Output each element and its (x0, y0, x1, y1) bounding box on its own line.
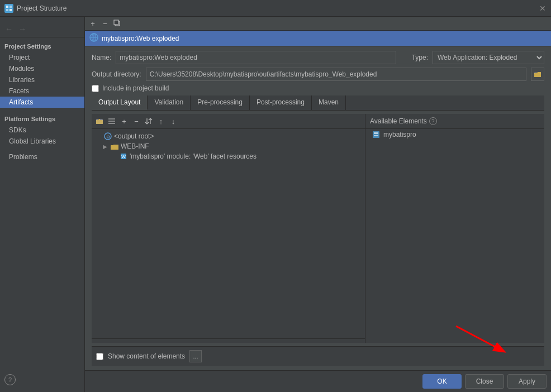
available-elements-title: Available Elements (370, 117, 427, 125)
output-dir-input[interactable] (146, 68, 526, 81)
type-label: Type: (412, 54, 428, 61)
forward-button[interactable]: → (17, 23, 28, 35)
artifact-list-item-label: mybatispro:Web exploded (102, 35, 179, 42)
output-layout-panel: + − ↑ ↓ (92, 114, 365, 343)
move-up-button[interactable]: ↑ (155, 116, 167, 127)
tab-validation[interactable]: Validation (148, 95, 191, 110)
sidebar-item-problems-label: Problems (9, 153, 37, 161)
tree-item-web-inf-label: WEB-INF (121, 142, 149, 150)
tree-item-web-inf[interactable]: ▶ WEB-INF (92, 141, 365, 151)
sidebar-item-artifacts[interactable]: Artifacts (0, 97, 84, 108)
copy-artifact-button[interactable] (112, 18, 123, 29)
expand-arrow-web-inf: ▶ (103, 144, 108, 150)
svg-rect-3 (10, 9, 12, 11)
svg-rect-24 (374, 132, 378, 134)
sidebar-item-modules[interactable]: Modules (0, 63, 84, 74)
remove-artifact-button[interactable]: − (99, 18, 111, 29)
type-select[interactable]: Web Application: Exploded (433, 51, 544, 64)
available-elements-header: Available Elements ? (365, 114, 544, 129)
sidebar-item-libraries-label: Libraries (9, 76, 35, 84)
bottom-bar: Show content of elements ... (92, 346, 544, 366)
output-root-icon: ⚙ (104, 132, 112, 140)
browse-dir-button[interactable] (531, 68, 544, 81)
tabs-bar: Output Layout Validation Pre-processing … (92, 95, 544, 111)
module-facet-icon: W (120, 152, 127, 160)
sidebar-item-problems[interactable]: Problems (0, 151, 84, 162)
output-dir-row: Output directory: (92, 68, 544, 81)
add-artifact-button[interactable]: + (87, 18, 98, 29)
close-button[interactable]: Close (465, 374, 504, 389)
title-bar: Project Structure ✕ (0, 0, 551, 17)
add-element-button[interactable]: + (118, 116, 130, 127)
sidebar-item-facets-label: Facets (9, 87, 29, 95)
svg-rect-11 (534, 73, 541, 77)
sidebar-item-project-label: Project (9, 54, 30, 61)
include-build-checkbox[interactable] (92, 85, 99, 92)
sidebar-item-global-libraries[interactable]: Global Libraries (0, 136, 84, 147)
panels-area: + − ↑ ↓ (92, 114, 544, 343)
remove-element-button[interactable]: − (131, 116, 142, 127)
web-inf-folder-icon (111, 144, 118, 150)
tree-item-module-label: 'mybatispro' module: 'Web' facet resourc… (130, 152, 256, 160)
output-dir-label: Output directory: (92, 70, 141, 78)
tab-pre-processing[interactable]: Pre-processing (191, 95, 250, 110)
tab-output-layout[interactable]: Output Layout (92, 95, 148, 110)
show-content-checkbox[interactable] (96, 353, 103, 360)
name-input[interactable] (116, 51, 396, 64)
svg-text:W: W (121, 154, 126, 159)
include-build-row: Include in project build (92, 84, 544, 92)
sidebar-item-global-libraries-label: Global Libraries (9, 137, 56, 145)
available-item-mybatispro-label: mybatispro (383, 131, 416, 138)
svg-rect-0 (6, 6, 8, 8)
app-icon (4, 4, 13, 13)
horizontal-scrollbar[interactable] (92, 338, 365, 343)
folder-view-button[interactable] (94, 116, 105, 127)
tree-item-output-root-label: <output root> (114, 132, 154, 140)
svg-rect-13 (96, 120, 103, 124)
sidebar-item-facets[interactable]: Facets (0, 85, 84, 97)
svg-rect-25 (374, 135, 378, 136)
sort-button[interactable] (143, 116, 154, 127)
artifact-list: mybatispro:Web exploded (85, 31, 551, 46)
layout-tree: ⚙ <output root> ▶ WEB-I (92, 129, 365, 338)
tree-item-module[interactable]: W 'mybatispro' module: 'Web' facet resou… (92, 151, 365, 161)
name-row: Name: Type: Web Application: Exploded (92, 51, 544, 64)
mybatispro-module-icon (372, 131, 380, 138)
dialog-buttons: OK Close Apply (85, 370, 551, 392)
more-options-button[interactable]: ... (189, 350, 202, 362)
svg-rect-23 (373, 131, 379, 138)
svg-rect-1 (10, 6, 12, 8)
sidebar-nav: ← → (0, 21, 84, 37)
artifact-list-item[interactable]: mybatispro:Web exploded (85, 31, 551, 46)
tree-item-output-root[interactable]: ⚙ <output root> (92, 131, 365, 141)
back-button[interactable]: ← (3, 23, 15, 35)
artifact-web-icon (89, 33, 98, 44)
sidebar-item-sdks-label: SDKs (9, 126, 26, 134)
svg-rect-5 (114, 20, 118, 25)
window-title: Project Structure (17, 4, 535, 12)
project-settings-title: Project Settings (0, 40, 84, 52)
svg-rect-20 (111, 146, 118, 150)
sidebar: ← → Project Settings Project Modules Lib… (0, 17, 85, 392)
tab-maven[interactable]: Maven (312, 95, 346, 110)
list-view-button[interactable] (106, 116, 117, 127)
form-area: Name: Type: Web Application: Exploded Ou… (85, 46, 551, 370)
available-elements-panel: Available Elements ? mybatispro (365, 114, 544, 343)
sidebar-item-artifacts-label: Artifacts (9, 98, 33, 106)
platform-settings-title: Platform Settings (0, 112, 84, 125)
close-button[interactable]: ✕ (539, 4, 547, 12)
name-label: Name: (92, 54, 111, 61)
sidebar-item-project[interactable]: Project (0, 52, 84, 63)
sidebar-item-sdks[interactable]: SDKs (0, 125, 84, 136)
ok-button[interactable]: OK (422, 374, 462, 389)
move-down-button[interactable]: ↓ (168, 116, 179, 127)
include-build-label: Include in project build (102, 84, 169, 92)
sidebar-item-libraries[interactable]: Libraries (0, 74, 84, 85)
help-button[interactable]: ? (4, 374, 16, 385)
tab-post-processing[interactable]: Post-processing (250, 95, 312, 110)
content-area: + − mybatispro:We (85, 17, 551, 392)
apply-button[interactable]: Apply (507, 374, 547, 389)
available-elements-help-icon[interactable]: ? (429, 117, 437, 125)
show-content-label: Show content of elements (108, 352, 185, 360)
available-item-mybatispro[interactable]: mybatispro (365, 129, 544, 140)
